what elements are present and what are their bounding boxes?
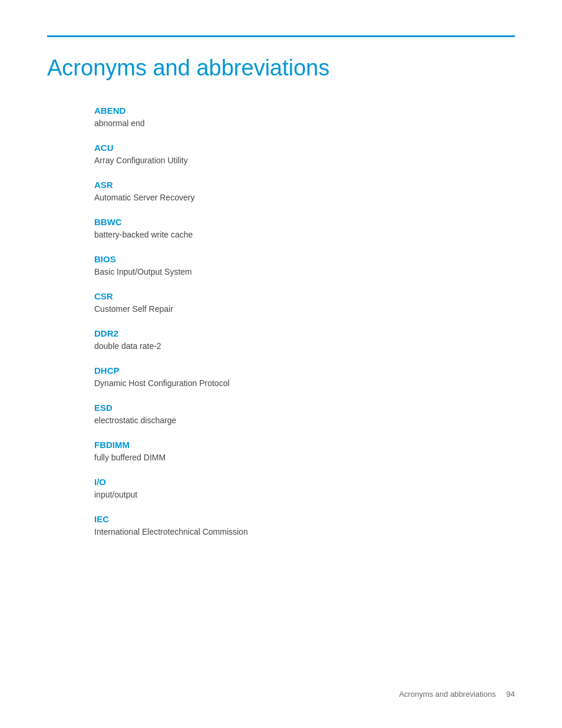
page-container: Acronyms and abbreviations ABENDabnormal… xyxy=(0,0,562,728)
list-item: CSRCustomer Self Repair xyxy=(94,291,515,315)
page-footer: Acronyms and abbreviations 94 xyxy=(399,690,515,699)
acronym-term: DDR2 xyxy=(94,328,515,338)
acronym-definition: Basic Input/Output System xyxy=(94,266,515,278)
acronym-term: FBDIMM xyxy=(94,440,515,450)
acronym-definition: battery-backed write cache xyxy=(94,229,515,241)
page-title: Acronyms and abbreviations xyxy=(47,55,515,82)
acronym-term: BIOS xyxy=(94,254,515,264)
top-border xyxy=(47,35,515,37)
acronym-term: ACU xyxy=(94,143,515,153)
list-item: DDR2double data rate-2 xyxy=(94,328,515,353)
acronym-definition: International Electrotechnical Commissio… xyxy=(94,526,515,538)
list-item: BIOSBasic Input/Output System xyxy=(94,254,515,278)
acronym-term: CSR xyxy=(94,291,515,301)
list-item: FBDIMMfully buffered DIMM xyxy=(94,440,515,464)
list-item: DHCPDynamic Host Configuration Protocol xyxy=(94,365,515,390)
acronym-definition: electrostatic discharge xyxy=(94,414,515,427)
acronym-definition: fully buffered DIMM xyxy=(94,452,515,464)
list-item: ACUArray Configuration Utility xyxy=(94,143,515,167)
acronym-term: DHCP xyxy=(94,365,515,375)
acronym-list: ABENDabnormal endACUArray Configuration … xyxy=(94,106,515,538)
list-item: I/Oinput/output xyxy=(94,477,515,501)
acronym-definition: double data rate-2 xyxy=(94,340,515,353)
list-item: IECInternational Electrotechnical Commis… xyxy=(94,514,515,538)
list-item: ASRAutomatic Server Recovery xyxy=(94,180,515,204)
acronym-term: ABEND xyxy=(94,106,515,116)
acronym-definition: Array Configuration Utility xyxy=(94,154,515,167)
list-item: BBWCbattery-backed write cache xyxy=(94,217,515,241)
acronym-term: I/O xyxy=(94,477,515,487)
list-item: ABENDabnormal end xyxy=(94,106,515,130)
acronym-term: BBWC xyxy=(94,217,515,227)
footer-text: Acronyms and abbreviations xyxy=(399,690,495,699)
list-item: ESDelectrostatic discharge xyxy=(94,403,515,427)
acronym-definition: input/output xyxy=(94,489,515,501)
page-number: 94 xyxy=(507,690,515,699)
acronym-definition: Dynamic Host Configuration Protocol xyxy=(94,377,515,390)
acronym-definition: Automatic Server Recovery xyxy=(94,192,515,204)
acronym-term: IEC xyxy=(94,514,515,524)
acronym-term: ESD xyxy=(94,403,515,413)
acronym-definition: abnormal end xyxy=(94,117,515,130)
acronym-definition: Customer Self Repair xyxy=(94,303,515,315)
acronym-term: ASR xyxy=(94,180,515,190)
